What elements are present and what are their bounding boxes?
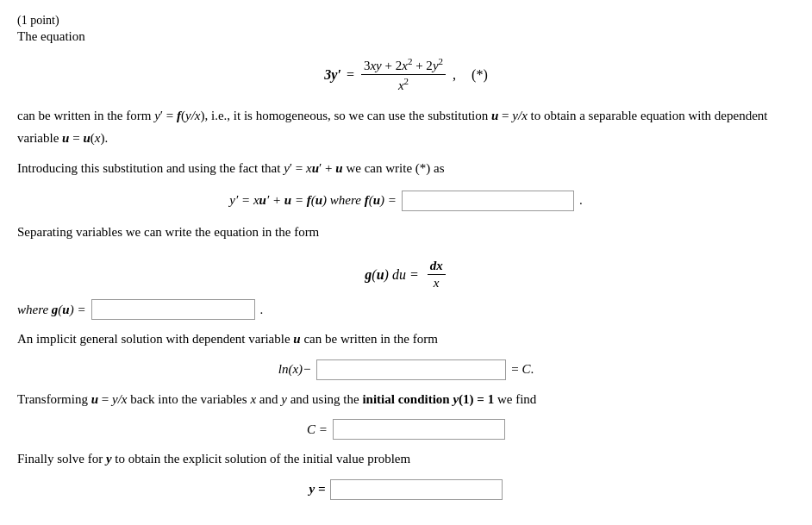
eq-denominator: x2 bbox=[396, 75, 411, 93]
c-prefix: C = bbox=[307, 422, 328, 437]
y-prefix: y = bbox=[309, 482, 326, 497]
paragraph5: Transforming u = y/x back into the varia… bbox=[17, 389, 795, 411]
where-gu-period: . bbox=[260, 303, 264, 317]
c-input[interactable] bbox=[333, 419, 505, 440]
fu-input[interactable] bbox=[402, 191, 574, 211]
eq-lhs: 3y′ bbox=[324, 67, 341, 83]
points-text: (1 point) bbox=[17, 14, 59, 27]
fyu-period: . bbox=[579, 193, 583, 208]
y-equals-row: y = bbox=[17, 479, 795, 500]
fyu-prefix: y′ = xu′ + u = f(u) where f(u) = bbox=[229, 193, 397, 208]
intro-text: The equation bbox=[17, 29, 795, 44]
y-input[interactable] bbox=[330, 479, 503, 500]
c-equals-row: C = bbox=[17, 419, 795, 440]
main-equation: 3y′ = 3xy + 2x2 + 2y2 x2 , (*) bbox=[17, 56, 795, 93]
paragraph3: Separating variables we can write the eq… bbox=[17, 222, 795, 244]
eq-fraction: 3xy + 2x2 + 2y2 x2 bbox=[361, 56, 446, 93]
where-gu-prefix: where g(u) = bbox=[17, 303, 86, 317]
paragraph6: Finally solve for y to obtain the explic… bbox=[17, 448, 795, 471]
eq-numerator: 3xy + 2x2 + 2y2 bbox=[361, 56, 446, 75]
eq-comma: , bbox=[453, 67, 456, 83]
gu-input[interactable] bbox=[91, 299, 255, 320]
fyu-answer-row: y′ = xu′ + u = f(u) where f(u) = . bbox=[17, 191, 795, 211]
where-gu-row: where g(u) = . bbox=[17, 299, 795, 320]
paragraph4: An implicit general solution with depend… bbox=[17, 328, 795, 351]
gu-lhs: g(u) du = bbox=[365, 267, 418, 283]
point-label: (1 point) bbox=[17, 14, 795, 28]
intro-label: The equation bbox=[17, 29, 85, 43]
gu-fraction: dx x bbox=[428, 259, 446, 291]
paragraph2: Introducing this substitution and using … bbox=[17, 158, 795, 180]
implicit-solution-row: ln(x)− = C. bbox=[17, 359, 795, 380]
paragraph1: can be written in the form y′ = f(y/x), … bbox=[17, 105, 795, 149]
eq-star: (*) bbox=[472, 67, 488, 83]
equals-c: = C. bbox=[511, 362, 534, 377]
implicit-input[interactable] bbox=[316, 359, 506, 380]
gu-equation-row: g(u) du = dx x bbox=[17, 259, 795, 291]
ln-prefix: ln(x)− bbox=[278, 362, 311, 377]
